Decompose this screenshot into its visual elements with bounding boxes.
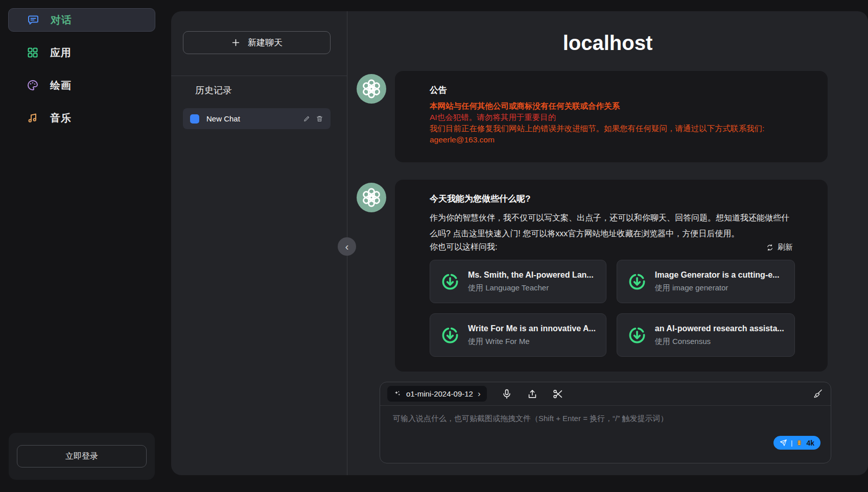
sidebar-item-chat[interactable]: 对话: [8, 8, 155, 32]
sidebar-item-apps[interactable]: 应用: [8, 41, 155, 64]
send-icon: [780, 439, 787, 447]
content-panel: 新建聊天 历史记录 New Chat ‹ localhost 公告 本网站与任何…: [171, 11, 868, 475]
chevron-left-icon: ‹: [345, 240, 349, 253]
scissors-icon[interactable]: [552, 388, 564, 400]
login-card: 立即登录: [9, 433, 155, 480]
refresh-button[interactable]: 刷新: [766, 242, 793, 252]
login-button[interactable]: 立即登录: [17, 445, 147, 468]
download-circle-icon: [627, 272, 647, 291]
suggestion-use: 使用 Consensus: [655, 337, 784, 347]
suggestion-title: Write For Me is an innovative A...: [468, 324, 596, 333]
suggestion-use: 使用 Write For Me: [468, 337, 596, 347]
suggestion-card[interactable]: Write For Me is an innovative A... 使用 Wr…: [430, 313, 606, 357]
mic-icon[interactable]: [501, 388, 512, 400]
send-token-badge[interactable]: | 4k: [773, 436, 820, 450]
input-toolbar: o1-mini-2024-09-12 ›: [380, 382, 831, 406]
announcement-line: 我们目前正在修复我们网站上的错误并改进细节。如果您有任何疑问，请通过以下方式联系…: [430, 123, 793, 134]
suggestion-title: Image Generator is a cutting-e...: [655, 270, 780, 280]
suggestion-card[interactable]: Ms. Smith, the AI-powered Lan... 使用 Lang…: [430, 260, 606, 303]
model-name: o1-mini-2024-09-12: [406, 389, 473, 398]
sidebar-item-label: 应用: [50, 46, 72, 60]
broom-icon[interactable]: [813, 388, 824, 399]
plus-icon: [231, 38, 241, 47]
suggestion-use: 使用 image generator: [655, 283, 780, 293]
page-title: localhost: [347, 32, 868, 55]
suggestion-title: Ms. Smith, the AI-powered Lan...: [468, 270, 594, 280]
new-chat-label: 新建聊天: [248, 37, 283, 48]
sidebar-item-music[interactable]: 音乐: [8, 106, 155, 130]
announcement-bubble: 公告 本网站与任何其他公司或商标没有任何关联或合作关系 AI也会犯错。请勿将其用…: [395, 71, 828, 162]
suggestion-cards: Ms. Smith, the AI-powered Lan... 使用 Lang…: [430, 260, 793, 357]
message-input[interactable]: [392, 413, 749, 449]
edit-icon[interactable]: [303, 115, 311, 122]
chat-item-color-swatch: [190, 114, 199, 124]
ask-hint: 你也可以这样问我:: [430, 242, 497, 253]
openai-logo-icon: [361, 78, 382, 100]
music-note-icon: [27, 112, 39, 124]
announcement-title: 公告: [430, 84, 793, 96]
token-count: 4k: [806, 439, 814, 447]
suggestion-use: 使用 Language Teacher: [468, 283, 594, 293]
announcement-line: AI也会犯错。请勿将其用于重要目的: [430, 112, 793, 123]
openai-logo-icon: [361, 187, 382, 208]
coin-icon: [796, 439, 803, 447]
sidebar-item-drawing[interactable]: 绘画: [8, 73, 155, 97]
welcome-bubble: 今天我能为您做些什么呢? 作为你的智慧伙伴，我不仅可以写文案、出点子，还可以和你…: [395, 180, 828, 372]
badge-divider: |: [791, 439, 792, 447]
apps-grid-icon: [27, 46, 39, 59]
download-circle-icon: [440, 326, 460, 345]
delete-icon[interactable]: [316, 115, 323, 122]
welcome-title: 今天我能为您做些什么呢?: [430, 193, 793, 205]
chat-bubble-icon: [27, 14, 39, 26]
chat-input-box: o1-mini-2024-09-12 › | 4k: [380, 382, 831, 463]
sparkles-icon: [393, 390, 402, 398]
suggestion-title: an AI-powered research assista...: [655, 324, 784, 333]
chat-history-item[interactable]: New Chat: [183, 108, 331, 129]
avatar: [357, 74, 386, 104]
refresh-label: 刷新: [778, 242, 793, 252]
chat-list-column: 新建聊天 历史记录 New Chat: [171, 11, 347, 475]
refresh-icon: [766, 243, 774, 252]
chat-item-title: New Chat: [206, 114, 296, 123]
palette-icon: [27, 79, 39, 91]
history-title: 历史记录: [195, 84, 232, 96]
contact-email-link[interactable]: ageerle@163.com: [430, 135, 495, 144]
download-circle-icon: [627, 326, 647, 345]
new-chat-button[interactable]: 新建聊天: [183, 31, 331, 54]
suggestion-card[interactable]: an AI-powered research assista... 使用 Con…: [617, 313, 795, 357]
welcome-body: 作为你的智慧伙伴，我不仅可以写文案、出点子，还可以和你聊天、回答问题。想知道我还…: [430, 210, 793, 241]
chat-item-actions: [303, 115, 323, 122]
announcement-line: 本网站与任何其他公司或商标没有任何关联或合作关系: [430, 101, 793, 112]
avatar: [357, 183, 386, 212]
collapse-sidebar-button[interactable]: ‹: [338, 237, 356, 256]
sidebar-item-label: 音乐: [50, 111, 72, 125]
sidebar: 对话 应用 绘画 音乐 立即登录: [0, 0, 171, 492]
chat-main-pane: localhost 公告 本网站与任何其他公司或商标没有任何关联或合作关系 AI…: [347, 11, 868, 475]
suggestion-card[interactable]: Image Generator is a cutting-e... 使用 ima…: [617, 260, 795, 303]
sidebar-item-label: 绘画: [50, 79, 72, 92]
model-selector[interactable]: o1-mini-2024-09-12 ›: [387, 386, 487, 402]
upload-icon[interactable]: [527, 388, 538, 400]
sidebar-item-label: 对话: [51, 13, 72, 27]
divider: [171, 76, 347, 76]
chevron-right-icon: ›: [478, 389, 481, 398]
download-circle-icon: [440, 272, 460, 291]
